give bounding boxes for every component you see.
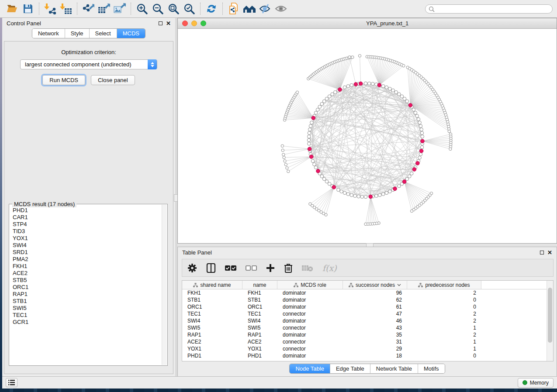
graph-node[interactable]: [415, 114, 419, 118]
graph-node[interactable]: [367, 82, 371, 86]
result-scrollbar[interactable]: [162, 205, 167, 365]
graph-node[interactable]: [322, 177, 326, 181]
add-column-icon[interactable]: [266, 264, 275, 272]
graph-node[interactable]: [337, 188, 340, 192]
mcds-result-item[interactable]: SWI5: [13, 305, 164, 312]
graph-node[interactable]: [313, 163, 316, 166]
graph-node[interactable]: [448, 130, 450, 133]
graph-node[interactable]: [385, 86, 388, 89]
mcds-result-item[interactable]: STB1: [13, 298, 164, 305]
graph-node[interactable]: [405, 177, 409, 181]
table-row[interactable]: TEC1TEC1connector472: [182, 310, 553, 317]
tab-network-table[interactable]: Network Table: [370, 364, 418, 373]
mcds-result-item[interactable]: CAR1: [13, 214, 164, 221]
graph-node[interactable]: [348, 56, 351, 58]
graph-node-mcds-yox1[interactable]: [309, 155, 313, 159]
graph-node[interactable]: [296, 91, 298, 93]
table-row[interactable]: FKH1FKH1dominator962: [182, 289, 553, 296]
graph-node[interactable]: [334, 90, 337, 94]
table-row[interactable]: SWI5SWI5connector431: [182, 324, 553, 331]
tab-style[interactable]: Style: [65, 29, 89, 38]
graph-node[interactable]: [364, 223, 367, 225]
graph-node[interactable]: [412, 108, 415, 112]
graph-node-mcds-tec1[interactable]: [311, 116, 315, 120]
graph-node[interactable]: [388, 87, 392, 91]
column-header-predecessor-nodes[interactable]: predecessor nodes: [407, 281, 481, 289]
table-scrollbar-thumb[interactable]: [548, 288, 552, 343]
graph-node[interactable]: [281, 144, 284, 147]
graph-node[interactable]: [346, 85, 350, 88]
graph-node[interactable]: [311, 159, 315, 163]
graph-node[interactable]: [350, 193, 353, 197]
graph-node-mcds-swi5[interactable]: [332, 186, 336, 189]
import-network-icon[interactable]: [44, 2, 57, 15]
graph-node[interactable]: [408, 175, 411, 178]
graph-node-mcds-tid3[interactable]: [419, 149, 423, 153]
table-scrollbar[interactable]: [547, 281, 553, 361]
table-row[interactable]: YOX1YOX1connector291: [182, 345, 553, 352]
network-canvas[interactable]: [178, 29, 557, 243]
table-row[interactable]: PHD1PHD1dominator180: [182, 352, 553, 359]
float-panel-icon[interactable]: [159, 21, 163, 25]
graph-node[interactable]: [281, 149, 284, 151]
show-all-icon[interactable]: [274, 2, 287, 15]
graph-node-mcds-stb5[interactable]: [393, 187, 397, 191]
graph-node[interactable]: [419, 124, 422, 128]
graph-node[interactable]: [417, 117, 420, 121]
graph-node[interactable]: [340, 190, 343, 193]
tab-mcds[interactable]: MCDS: [117, 29, 145, 38]
task-history-button[interactable]: [6, 378, 17, 387]
graph-node[interactable]: [394, 90, 398, 94]
graph-node[interactable]: [360, 195, 364, 199]
graph-node[interactable]: [388, 190, 392, 193]
graph-node[interactable]: [375, 194, 378, 198]
graph-node[interactable]: [284, 160, 286, 162]
graph-node[interactable]: [343, 86, 346, 89]
graph-node-mcds-stp4[interactable]: [359, 82, 363, 86]
graph-node[interactable]: [358, 55, 361, 57]
graph-node[interactable]: [351, 56, 354, 58]
column-header-shared-name[interactable]: shared name: [182, 281, 242, 289]
graph-node-mcds-swi4[interactable]: [402, 180, 406, 184]
mcds-result-item[interactable]: RAP1: [13, 291, 164, 298]
graph-node[interactable]: [381, 85, 385, 88]
graph-node[interactable]: [325, 180, 329, 183]
zoom-selected-icon[interactable]: [183, 2, 196, 15]
column-header-name[interactable]: name: [242, 281, 277, 289]
mcds-result-item[interactable]: PMA2: [13, 256, 164, 263]
graph-node-mcds-car1[interactable]: [354, 83, 358, 86]
graph-node[interactable]: [410, 172, 413, 175]
graph-node[interactable]: [286, 167, 288, 169]
graph-node[interactable]: [420, 128, 423, 131]
tab-node-table[interactable]: Node Table: [290, 364, 330, 373]
float-table-panel-icon[interactable]: [540, 251, 544, 254]
mcds-result-item[interactable]: ORC1: [13, 284, 164, 291]
graph-node[interactable]: [331, 93, 334, 96]
graph-node[interactable]: [353, 194, 357, 198]
memory-button[interactable]: Memory: [518, 378, 554, 388]
hide-selected-icon[interactable]: [259, 2, 272, 15]
minimize-window-icon[interactable]: [191, 21, 197, 26]
graph-node[interactable]: [418, 121, 422, 124]
graph-node[interactable]: [325, 97, 329, 100]
graph-node[interactable]: [414, 111, 417, 115]
network-graph[interactable]: [178, 29, 557, 243]
graph-node[interactable]: [350, 83, 353, 87]
graph-node[interactable]: [419, 153, 422, 156]
tab-edge-table[interactable]: Edge Table: [330, 364, 370, 373]
export-table-icon[interactable]: [97, 2, 111, 15]
mcds-result-item[interactable]: STP4: [13, 221, 164, 228]
open-file-icon[interactable]: [6, 2, 19, 15]
mcds-result-item[interactable]: TEC1: [13, 312, 164, 319]
graph-node[interactable]: [371, 82, 375, 86]
graph-node[interactable]: [405, 100, 409, 103]
mcds-result-item[interactable]: ACE2: [13, 270, 164, 277]
graph-node[interactable]: [420, 131, 424, 135]
export-image-icon[interactable]: [113, 2, 126, 15]
graph-node-mcds-gcr1[interactable]: [316, 169, 320, 173]
zoom-fit-icon[interactable]: [167, 2, 180, 15]
graph-node[interactable]: [287, 170, 290, 172]
zoom-window-icon[interactable]: [201, 21, 206, 26]
column-header-successor-nodes[interactable]: successor nodes: [343, 281, 407, 289]
graph-node[interactable]: [364, 195, 367, 199]
